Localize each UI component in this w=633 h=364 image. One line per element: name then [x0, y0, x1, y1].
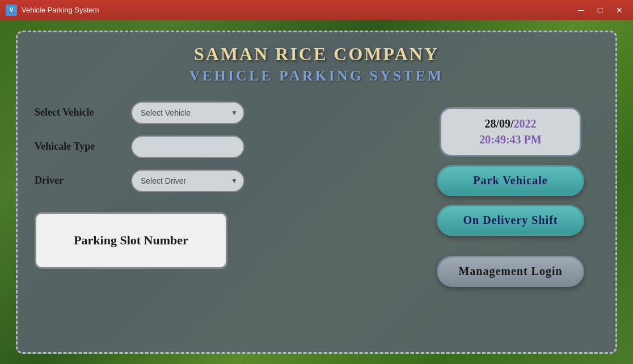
- date-display: 28/09/2022: [453, 117, 568, 130]
- time-display: 20:49:43 PM: [453, 133, 568, 146]
- vehicle-type-row: Vehicale Type: [35, 136, 400, 158]
- main-panel: SAMAN RICE COMPANY VEHICLE PARKING SYSTE…: [16, 31, 617, 354]
- management-login-button[interactable]: Management Login: [437, 256, 584, 287]
- header-section: SAMAN RICE COMPANY VEHICLE PARKING SYSTE…: [35, 44, 598, 84]
- park-vehicle-button[interactable]: Park Vehicale: [437, 165, 584, 196]
- date-year: 2022: [514, 117, 537, 130]
- driver-select[interactable]: Select Driver: [131, 170, 244, 192]
- maximize-button[interactable]: □: [592, 4, 608, 16]
- right-column: 28/09/2022 20:49:43 PM Park Vehicale On …: [423, 101, 598, 287]
- system-title: VEHICLE PARKING SYSTEM: [35, 67, 598, 84]
- company-name: SAMAN RICE COMPANY: [35, 44, 598, 65]
- minimize-button[interactable]: ─: [573, 4, 589, 16]
- vehicle-label: Select Vehicle: [35, 107, 120, 118]
- window-title-text: Vehicle Parking System: [22, 6, 99, 14]
- left-column: Select Vehicle Select Vehicle ▼ Vehicale…: [35, 101, 400, 287]
- app-area: SAMAN RICE COMPANY VEHICLE PARKING SYSTE…: [0, 20, 633, 364]
- datetime-display: 28/09/2022 20:49:43 PM: [440, 107, 581, 156]
- vehicle-type-input[interactable]: [131, 136, 244, 158]
- driver-select-wrapper[interactable]: Select Driver ▼: [131, 170, 244, 192]
- vehicle-type-label: Vehicale Type: [35, 141, 120, 153]
- window-controls: ─ □ ✕: [573, 4, 627, 16]
- vehicle-select-wrapper[interactable]: Select Vehicle ▼: [131, 101, 244, 124]
- vehicle-row: Select Vehicle Select Vehicle ▼: [35, 101, 400, 124]
- driver-label: Driver: [35, 175, 120, 187]
- content-area: Select Vehicle Select Vehicle ▼ Vehicale…: [35, 101, 598, 287]
- parking-slot-box: Parking Slot Number: [35, 212, 227, 269]
- close-button[interactable]: ✕: [611, 4, 627, 16]
- window-title-section: V Vehicle Parking System: [6, 5, 99, 16]
- parking-slot-label: Parking Slot Number: [74, 233, 188, 248]
- vehicle-select[interactable]: Select Vehicle: [131, 101, 244, 124]
- window-icon: V: [6, 5, 17, 16]
- on-delivery-shift-button[interactable]: On Delivery Shift: [437, 205, 584, 236]
- driver-row: Driver Select Driver ▼: [35, 170, 400, 192]
- window-titlebar: V Vehicle Parking System ─ □ ✕: [0, 0, 633, 20]
- date-prefix: 28/09/: [484, 117, 513, 130]
